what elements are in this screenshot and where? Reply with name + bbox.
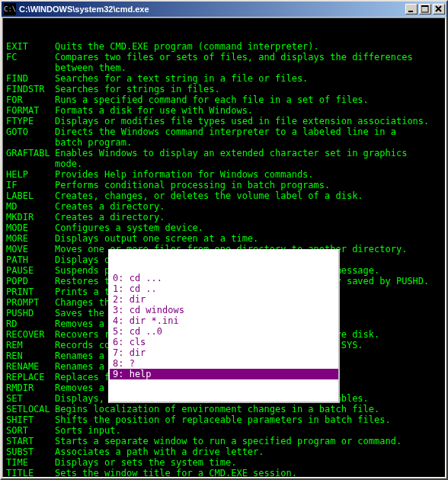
help-command: LABEL xyxy=(6,190,55,201)
help-description: Directs the Windows command interpreter … xyxy=(55,126,442,137)
help-line: FTYPEDisplays or modifies file types use… xyxy=(6,116,442,126)
help-command: FC xyxy=(6,52,55,62)
help-command: POPD xyxy=(6,276,55,286)
help-line: SETLOCALBegins localization of environme… xyxy=(6,404,442,414)
help-command: PAUSE xyxy=(6,265,55,276)
help-description: Creates, changes, or deletes the volume … xyxy=(55,190,442,201)
help-command: FTYPE xyxy=(6,116,55,126)
help-command: PATH xyxy=(6,254,55,265)
help-line: HELPProvides Help information for Window… xyxy=(6,169,442,180)
help-description: Provides Help information for Windows co… xyxy=(55,169,442,180)
help-line: SORTSorts input. xyxy=(6,425,442,436)
help-command: FORMAT xyxy=(6,105,55,116)
history-item[interactable]: 5: cd ..0 xyxy=(110,326,338,337)
help-command: TIME xyxy=(6,457,55,468)
help-line: STARTStarts a separate window to run a s… xyxy=(6,436,442,446)
help-command: PUSHD xyxy=(6,308,55,318)
maximize-button[interactable] xyxy=(419,4,431,14)
help-line: FINDSearches for a text string in a file… xyxy=(6,73,442,84)
help-command: RECOVER xyxy=(6,329,55,340)
help-command: FIND xyxy=(6,73,55,84)
help-line: MKDIRCreates a directory. xyxy=(6,212,442,222)
history-item[interactable]: 3: cd windows xyxy=(110,305,338,315)
help-line: SHIFTShifts the position of replaceable … xyxy=(6,414,442,425)
help-line: FCCompares two files or sets of files, a… xyxy=(6,52,442,62)
help-description: Runs a specified command for each file i… xyxy=(55,94,442,105)
help-line: FORMATFormats a disk for use with Window… xyxy=(6,105,442,116)
history-item[interactable]: 9: help xyxy=(110,369,338,379)
help-description: Displays output one screen at a time. xyxy=(55,233,442,244)
command-history-popup[interactable]: 0: cd ...1: cd ..2: dir3: cd windows4: d… xyxy=(108,249,340,403)
history-item[interactable]: 1: cd .. xyxy=(110,283,338,294)
help-description: Searches for a text string in a file or … xyxy=(55,73,442,84)
app-icon[interactable]: C:\ xyxy=(4,3,16,15)
help-command: SHIFT xyxy=(6,414,55,425)
help-command: MOVE xyxy=(6,244,55,254)
help-line: SUBSTAssociates a path with a drive lett… xyxy=(6,446,442,457)
help-line: EXITQuits the CMD.EXE program (command i… xyxy=(6,41,442,52)
help-line-continuation: between them. xyxy=(6,62,442,73)
help-description: Shifts the position of replaceable param… xyxy=(55,414,442,425)
help-line: LABELCreates, changes, or deletes the vo… xyxy=(6,190,442,201)
cmd-window: C:\ C:\WINDOWS\system32\cmd.exe EXITQuit… xyxy=(0,0,448,480)
help-description: Compares two files or sets of files, and… xyxy=(55,52,442,62)
help-description: Associates a path with a drive letter. xyxy=(55,446,442,457)
help-description: Sorts input. xyxy=(55,425,442,436)
help-command: MORE xyxy=(6,233,55,244)
help-description: Searches for strings in files. xyxy=(55,84,442,94)
help-line: FORRuns a specified command for each fil… xyxy=(6,94,442,105)
help-description: Displays or modifies file types used in … xyxy=(55,116,442,126)
history-item[interactable]: 0: cd ... xyxy=(110,273,338,283)
help-command: FINDSTR xyxy=(6,84,55,94)
help-command: RENAME xyxy=(6,361,55,372)
help-line: TITLESets the window title for a CMD.EXE… xyxy=(6,468,442,478)
help-command: REPLACE xyxy=(6,372,55,382)
help-command: IF xyxy=(6,180,55,190)
history-item[interactable]: 7: dir xyxy=(110,347,338,358)
help-command: PRINT xyxy=(6,286,55,297)
help-command: SORT xyxy=(6,425,55,436)
help-description: Sets the window title for a CMD.EXE sess… xyxy=(55,468,442,478)
help-command: SET xyxy=(6,393,55,404)
help-command: PROMPT xyxy=(6,297,55,308)
history-item[interactable]: 8: ? xyxy=(110,358,338,369)
terminal-area[interactable]: EXITQuits the CMD.EXE program (command i… xyxy=(2,18,446,478)
help-description: Creates a directory. xyxy=(55,212,442,222)
help-command: START xyxy=(6,436,55,446)
help-description: Displays or sets the system time. xyxy=(55,457,442,468)
help-line-continuation: batch program. xyxy=(6,137,442,148)
help-command: TITLE xyxy=(6,468,55,478)
history-item[interactable]: 4: dir *.ini xyxy=(110,315,338,326)
help-description: Formats a disk for use with Windows. xyxy=(55,105,442,116)
minimize-button[interactable] xyxy=(405,4,418,14)
help-description: Begins localization of environment chang… xyxy=(55,404,442,414)
help-line: FINDSTRSearches for strings in files. xyxy=(6,84,442,94)
help-command: MODE xyxy=(6,222,55,233)
help-command: SUBST xyxy=(6,446,55,457)
svg-rect-0 xyxy=(408,11,413,12)
help-description: Starts a separate window to run a specif… xyxy=(55,436,442,446)
help-description: Creates a directory. xyxy=(55,201,442,212)
help-command: EXIT xyxy=(6,41,55,52)
help-command: MKDIR xyxy=(6,212,55,222)
history-item[interactable]: 6: cls xyxy=(110,337,338,347)
help-line: GOTODirects the Windows command interpre… xyxy=(6,126,442,137)
window-buttons xyxy=(404,4,445,14)
help-command: GOTO xyxy=(6,126,55,137)
help-command: RMDIR xyxy=(6,382,55,393)
close-button[interactable] xyxy=(433,4,445,14)
help-description: Configures a system device. xyxy=(55,222,442,233)
help-line: MOREDisplays output one screen at a time… xyxy=(6,233,442,244)
help-line: TIMEDisplays or sets the system time. xyxy=(6,457,442,468)
help-description: Performs conditional processing in batch… xyxy=(55,180,442,190)
svg-rect-2 xyxy=(421,5,428,7)
help-command: RD xyxy=(6,318,55,329)
history-item[interactable]: 2: dir xyxy=(110,294,338,305)
help-line: MODEConfigures a system device. xyxy=(6,222,442,233)
help-command: REN xyxy=(6,350,55,361)
help-line: IFPerforms conditional processing in bat… xyxy=(6,180,442,190)
help-command: SETLOCAL xyxy=(6,404,55,414)
help-description: Enables Windows to display an extended c… xyxy=(55,148,442,158)
titlebar[interactable]: C:\ C:\WINDOWS\system32\cmd.exe xyxy=(2,2,446,17)
help-command: GRAFTABL xyxy=(6,148,55,158)
